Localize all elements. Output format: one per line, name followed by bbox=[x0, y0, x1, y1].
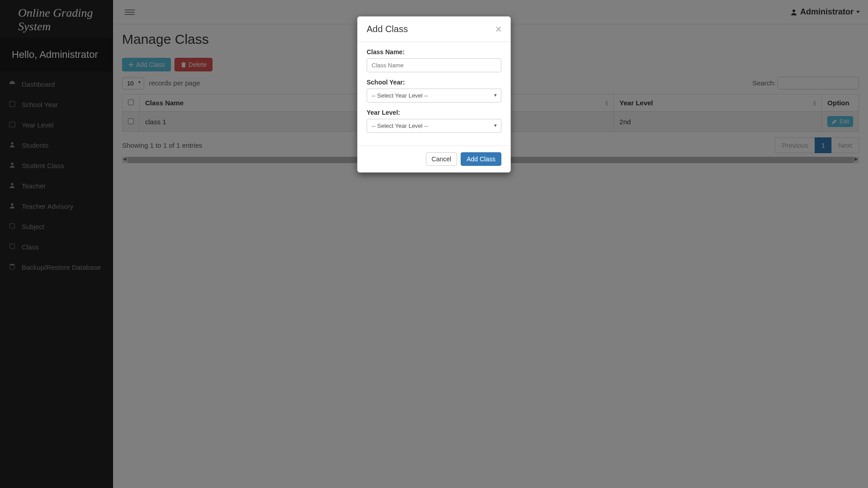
class-name-label: Class Name: bbox=[367, 48, 501, 56]
school-year-select[interactable]: -- Select Year Level -- bbox=[367, 89, 501, 103]
cancel-button[interactable]: Cancel bbox=[426, 152, 458, 166]
year-level-label: Year Level: bbox=[367, 109, 501, 116]
year-level-select[interactable]: -- Select Year Level -- bbox=[367, 119, 501, 133]
submit-add-class-button[interactable]: Add Class bbox=[461, 152, 501, 166]
modal-title: Add Class bbox=[367, 24, 408, 34]
add-class-modal: Add Class × Class Name: School Year: -- … bbox=[357, 16, 511, 173]
class-name-input[interactable] bbox=[367, 58, 501, 72]
school-year-label: School Year: bbox=[367, 79, 501, 86]
close-icon[interactable]: × bbox=[495, 24, 501, 34]
modal-header: Add Class × bbox=[358, 17, 510, 42]
modal-footer: Cancel Add Class bbox=[358, 145, 510, 172]
modal-body: Class Name: School Year: -- Select Year … bbox=[358, 42, 510, 145]
